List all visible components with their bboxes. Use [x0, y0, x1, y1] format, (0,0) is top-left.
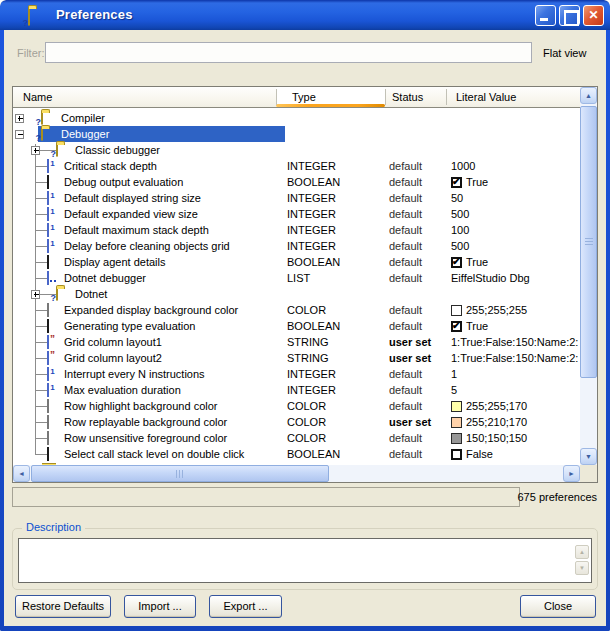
literal-value-text: 1:True:False:150:Name:2: — [451, 352, 578, 364]
table-row[interactable]: Dotnet debugger LIST default EiffelStudi… — [13, 270, 580, 286]
literal-value-text: True — [466, 256, 488, 268]
restore-defaults-button[interactable]: Restore Defaults — [15, 595, 111, 618]
pref-type-icon — [47, 448, 49, 460]
pref-status: default — [389, 432, 422, 444]
literal-value-text: 255;255;170 — [466, 400, 527, 412]
scroll-left-button[interactable]: ◄ — [13, 465, 30, 482]
tree-expander[interactable] — [15, 114, 24, 123]
table-row[interactable]: Grid column layout2 STRING user set 1:Tr… — [13, 350, 580, 366]
table-row[interactable]: Delay before cleaning objects grid INTEG… — [13, 238, 580, 254]
pref-type: COLOR — [287, 416, 326, 428]
color-swatch — [451, 417, 462, 428]
table-row[interactable]: Critical stack depth INTEGER default 100… — [13, 158, 580, 174]
column-header-literal-value[interactable]: Literal Value — [456, 91, 516, 103]
tree-expander[interactable] — [31, 146, 40, 155]
maximize-button[interactable] — [559, 5, 580, 26]
pref-type-icon — [47, 208, 49, 220]
literal-value-text: True — [466, 320, 488, 332]
column-separator — [276, 89, 277, 105]
boolean-checkbox[interactable] — [451, 177, 462, 188]
literal-value-text: 1 — [451, 368, 457, 380]
pref-literal: 1000 — [451, 159, 579, 173]
pref-name: Generating type evaluation — [64, 320, 195, 332]
scroll-right-button[interactable]: ► — [563, 465, 580, 482]
preferences-window: Preferences Filter: Flat view Name Type … — [0, 0, 610, 631]
table-row[interactable]: Expanded display background color COLOR … — [13, 302, 580, 318]
pref-name: Classic debugger — [75, 144, 160, 156]
scroll-down-button[interactable]: ▼ — [580, 448, 597, 465]
color-swatch — [451, 305, 462, 316]
table-row[interactable]: Row replayable background color COLOR us… — [13, 414, 580, 430]
pref-type-icon — [56, 288, 58, 300]
close-window-button[interactable] — [583, 5, 604, 26]
boolean-checkbox[interactable] — [451, 321, 462, 332]
export-button[interactable]: Export ... — [209, 595, 282, 618]
literal-value-text: 500 — [451, 208, 469, 220]
pref-literal: 500 — [451, 239, 579, 253]
description-scroll-down-icon: ▼ — [575, 561, 589, 575]
table-row[interactable]: Select call stack level on double click … — [13, 446, 580, 462]
literal-value-text: 150;150;150 — [466, 432, 527, 444]
table-row[interactable]: Generating type evaluation BOOLEAN defau… — [13, 318, 580, 334]
column-header-type[interactable]: Type — [292, 91, 316, 103]
column-header-status[interactable]: Status — [392, 91, 423, 103]
table-row[interactable]: Default displayed string size INTEGER de… — [13, 190, 580, 206]
table-row[interactable]: Max evaluation duration INTEGER default … — [13, 382, 580, 398]
horizontal-scrollbar[interactable]: ◄ ► — [13, 465, 580, 482]
pref-type-icon — [56, 144, 58, 156]
scrollbar-corner — [580, 465, 597, 482]
pref-type-icon — [47, 160, 49, 172]
pref-type-icon — [47, 320, 49, 332]
pref-status: default — [389, 368, 422, 380]
pref-type-icon — [47, 224, 49, 236]
tree-expander[interactable] — [31, 290, 40, 299]
table-row[interactable]: Row unsensitive foreground color COLOR d… — [13, 430, 580, 446]
pref-literal: EiffelStudio Dbg — [451, 271, 579, 285]
pref-status: default — [389, 320, 422, 332]
close-button[interactable]: Close — [520, 595, 596, 618]
table-row[interactable]: Grid column layout1 STRING user set 1:Tr… — [13, 334, 580, 350]
pref-type: INTEGER — [287, 368, 336, 380]
pref-type-icon — [47, 368, 49, 380]
pref-type: BOOLEAN — [287, 176, 340, 188]
literal-value-text: 255;210;170 — [466, 416, 527, 428]
horizontal-scroll-thumb[interactable] — [31, 465, 329, 482]
table-row[interactable]: Row highlight background color COLOR def… — [13, 398, 580, 414]
import-button[interactable]: Import ... — [124, 595, 196, 618]
literal-value-text: 100 — [451, 224, 469, 236]
table-row[interactable]: Compiler — [13, 110, 580, 126]
pref-status: user set — [389, 352, 431, 364]
literal-value-text: False — [466, 448, 493, 460]
pref-status: user set — [389, 416, 431, 428]
boolean-checkbox[interactable] — [451, 449, 462, 460]
table-row[interactable]: Default expanded view size INTEGER defau… — [13, 206, 580, 222]
vertical-scrollbar[interactable]: ▲ ▼ — [580, 87, 597, 465]
literal-value-text: 5 — [451, 384, 457, 396]
filter-input[interactable] — [45, 42, 532, 63]
table-row[interactable]: Classic debugger — [13, 142, 580, 158]
pref-type-icon — [47, 400, 49, 412]
titlebar[interactable]: Preferences — [0, 0, 610, 30]
vertical-scroll-thumb[interactable] — [580, 106, 597, 378]
pref-name: Row highlight background color — [64, 400, 217, 412]
pref-type-icon — [47, 384, 49, 396]
pref-literal — [451, 143, 579, 157]
pref-name: Grid column layout2 — [64, 352, 162, 364]
pref-name: Compiler — [61, 112, 105, 124]
minimize-button[interactable] — [535, 5, 556, 26]
table-row[interactable]: Debugger — [13, 126, 580, 142]
scroll-up-button[interactable]: ▲ — [580, 87, 597, 104]
column-header-name[interactable]: Name — [23, 91, 52, 103]
table-row[interactable]: Display agent details BOOLEAN default Tr… — [13, 254, 580, 270]
table-row[interactable]: Interrupt every N instructions INTEGER d… — [13, 366, 580, 382]
flat-view-toggle[interactable]: Flat view — [543, 47, 586, 59]
table-row[interactable]: Dotnet — [13, 286, 580, 302]
table-row[interactable]: Debug output evaluation BOOLEAN default … — [13, 174, 580, 190]
table-row[interactable]: Default maximum stack depth INTEGER defa… — [13, 222, 580, 238]
description-textarea[interactable]: ▲ ▼ — [18, 538, 592, 583]
pref-literal: True — [451, 255, 579, 269]
tree-expander[interactable] — [15, 130, 24, 139]
literal-value-text: True — [466, 176, 488, 188]
pref-type: BOOLEAN — [287, 256, 340, 268]
boolean-checkbox[interactable] — [451, 257, 462, 268]
